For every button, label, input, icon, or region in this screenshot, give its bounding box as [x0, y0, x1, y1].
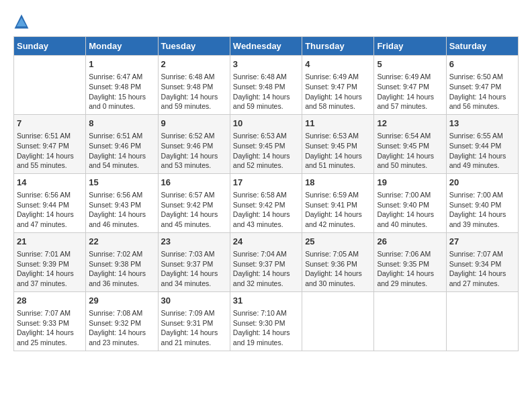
day-number: 1: [89, 58, 154, 71]
day-info: Sunrise: 7:09 AMSunset: 9:31 PMDaylight:…: [161, 308, 227, 348]
week-row-2: 7Sunrise: 6:51 AMSunset: 9:47 PMDaylight…: [14, 114, 519, 173]
week-row-5: 28Sunrise: 7:07 AMSunset: 9:33 PMDayligh…: [14, 291, 519, 351]
calendar-cell: 28Sunrise: 7:07 AMSunset: 9:33 PMDayligh…: [14, 291, 86, 351]
calendar-cell: 11Sunrise: 6:53 AMSunset: 9:45 PMDayligh…: [302, 114, 374, 173]
day-info: Sunrise: 7:00 AMSunset: 9:40 PMDaylight:…: [377, 190, 443, 230]
day-info: Sunrise: 7:00 AMSunset: 9:40 PMDaylight:…: [449, 190, 515, 230]
day-number: 17: [233, 177, 299, 189]
calendar-cell: 8Sunrise: 6:51 AMSunset: 9:46 PMDaylight…: [86, 114, 158, 173]
day-number: 8: [89, 118, 154, 130]
day-number: 16: [161, 177, 227, 189]
calendar-cell: 27Sunrise: 7:07 AMSunset: 9:34 PMDayligh…: [446, 232, 518, 291]
header-sunday: Sunday: [14, 37, 86, 56]
calendar-cell: 23Sunrise: 7:03 AMSunset: 9:37 PMDayligh…: [158, 232, 230, 291]
calendar-cell: 9Sunrise: 6:52 AMSunset: 9:46 PMDaylight…: [158, 114, 230, 173]
day-info: Sunrise: 6:51 AMSunset: 9:46 PMDaylight:…: [89, 131, 154, 171]
calendar-cell: [14, 56, 86, 115]
calendar-cell: 2Sunrise: 6:48 AMSunset: 9:48 PMDaylight…: [158, 56, 230, 115]
day-info: Sunrise: 6:54 AMSunset: 9:45 PMDaylight:…: [377, 131, 443, 171]
day-number: 23: [161, 236, 227, 248]
calendar-cell: 19Sunrise: 7:00 AMSunset: 9:40 PMDayligh…: [374, 173, 446, 232]
day-number: 2: [161, 58, 227, 71]
day-number: 5: [377, 58, 443, 71]
calendar-cell: 5Sunrise: 6:49 AMSunset: 9:47 PMDaylight…: [374, 56, 446, 115]
header-saturday: Saturday: [446, 37, 518, 56]
calendar-cell: 18Sunrise: 6:59 AMSunset: 9:41 PMDayligh…: [302, 173, 374, 232]
calendar-cell: 13Sunrise: 6:55 AMSunset: 9:44 PMDayligh…: [446, 114, 518, 173]
calendar-cell: 30Sunrise: 7:09 AMSunset: 9:31 PMDayligh…: [158, 291, 230, 351]
day-number: 19: [377, 177, 443, 189]
day-number: 10: [233, 118, 299, 130]
calendar-cell: 10Sunrise: 6:53 AMSunset: 9:45 PMDayligh…: [230, 114, 302, 173]
calendar-cell: [446, 291, 518, 351]
calendar-table: SundayMondayTuesdayWednesdayThursdayFrid…: [13, 36, 519, 351]
day-info: Sunrise: 7:01 AMSunset: 9:39 PMDaylight:…: [17, 249, 83, 289]
day-info: Sunrise: 6:58 AMSunset: 9:42 PMDaylight:…: [233, 190, 299, 230]
week-row-1: 1Sunrise: 6:47 AMSunset: 9:48 PMDaylight…: [14, 56, 519, 115]
header-monday: Monday: [86, 37, 158, 56]
day-number: 6: [449, 58, 515, 71]
calendar-cell: 17Sunrise: 6:58 AMSunset: 9:42 PMDayligh…: [230, 173, 302, 232]
day-number: 11: [305, 118, 371, 130]
day-info: Sunrise: 7:06 AMSunset: 9:35 PMDaylight:…: [377, 249, 443, 289]
calendar-cell: 22Sunrise: 7:02 AMSunset: 9:38 PMDayligh…: [86, 232, 158, 291]
calendar-cell: 14Sunrise: 6:56 AMSunset: 9:44 PMDayligh…: [14, 173, 86, 232]
calendar-cell: 21Sunrise: 7:01 AMSunset: 9:39 PMDayligh…: [14, 232, 86, 291]
day-number: 13: [449, 118, 515, 130]
day-info: Sunrise: 6:56 AMSunset: 9:44 PMDaylight:…: [17, 190, 83, 230]
calendar-cell: [302, 291, 374, 351]
day-number: 31: [233, 295, 299, 307]
day-info: Sunrise: 7:08 AMSunset: 9:32 PMDaylight:…: [89, 308, 154, 348]
day-number: 22: [89, 236, 154, 248]
day-number: 26: [377, 236, 443, 248]
header: [13, 13, 519, 30]
day-number: 29: [89, 295, 154, 307]
day-info: Sunrise: 7:04 AMSunset: 9:37 PMDaylight:…: [233, 249, 299, 289]
day-info: Sunrise: 6:53 AMSunset: 9:45 PMDaylight:…: [233, 131, 299, 171]
calendar-cell: 15Sunrise: 6:56 AMSunset: 9:43 PMDayligh…: [86, 173, 158, 232]
week-row-4: 21Sunrise: 7:01 AMSunset: 9:39 PMDayligh…: [14, 232, 519, 291]
day-info: Sunrise: 6:51 AMSunset: 9:47 PMDaylight:…: [17, 131, 83, 171]
day-number: 4: [305, 58, 371, 71]
header-friday: Friday: [374, 37, 446, 56]
day-info: Sunrise: 6:56 AMSunset: 9:43 PMDaylight:…: [89, 190, 154, 230]
week-row-3: 14Sunrise: 6:56 AMSunset: 9:44 PMDayligh…: [14, 173, 519, 232]
calendar-cell: 20Sunrise: 7:00 AMSunset: 9:40 PMDayligh…: [446, 173, 518, 232]
logo: [13, 13, 32, 30]
day-number: 12: [377, 118, 443, 130]
day-info: Sunrise: 6:49 AMSunset: 9:47 PMDaylight:…: [305, 72, 371, 111]
header-wednesday: Wednesday: [230, 37, 302, 56]
day-info: Sunrise: 7:05 AMSunset: 9:36 PMDaylight:…: [305, 249, 371, 289]
day-info: Sunrise: 7:10 AMSunset: 9:30 PMDaylight:…: [233, 308, 299, 348]
logo-icon: [13, 13, 30, 30]
day-number: 30: [161, 295, 227, 307]
calendar-cell: [374, 291, 446, 351]
day-info: Sunrise: 7:07 AMSunset: 9:33 PMDaylight:…: [17, 308, 83, 348]
day-info: Sunrise: 6:49 AMSunset: 9:47 PMDaylight:…: [377, 72, 443, 111]
calendar-cell: 25Sunrise: 7:05 AMSunset: 9:36 PMDayligh…: [302, 232, 374, 291]
calendar-cell: 16Sunrise: 6:57 AMSunset: 9:42 PMDayligh…: [158, 173, 230, 232]
day-info: Sunrise: 6:53 AMSunset: 9:45 PMDaylight:…: [305, 131, 371, 171]
calendar-cell: 12Sunrise: 6:54 AMSunset: 9:45 PMDayligh…: [374, 114, 446, 173]
calendar-cell: 29Sunrise: 7:08 AMSunset: 9:32 PMDayligh…: [86, 291, 158, 351]
day-info: Sunrise: 6:47 AMSunset: 9:48 PMDaylight:…: [89, 72, 154, 111]
day-info: Sunrise: 6:55 AMSunset: 9:44 PMDaylight:…: [449, 131, 515, 171]
calendar-cell: 4Sunrise: 6:49 AMSunset: 9:47 PMDaylight…: [302, 56, 374, 115]
day-info: Sunrise: 6:48 AMSunset: 9:48 PMDaylight:…: [233, 72, 299, 111]
day-info: Sunrise: 6:48 AMSunset: 9:48 PMDaylight:…: [161, 72, 227, 111]
calendar-cell: 31Sunrise: 7:10 AMSunset: 9:30 PMDayligh…: [230, 291, 302, 351]
day-number: 9: [161, 118, 227, 130]
day-info: Sunrise: 6:59 AMSunset: 9:41 PMDaylight:…: [305, 190, 371, 230]
calendar-cell: 26Sunrise: 7:06 AMSunset: 9:35 PMDayligh…: [374, 232, 446, 291]
day-number: 20: [449, 177, 515, 189]
day-info: Sunrise: 6:50 AMSunset: 9:47 PMDaylight:…: [449, 72, 515, 111]
day-number: 25: [305, 236, 371, 248]
calendar-cell: 3Sunrise: 6:48 AMSunset: 9:48 PMDaylight…: [230, 56, 302, 115]
day-info: Sunrise: 7:07 AMSunset: 9:34 PMDaylight:…: [449, 249, 515, 289]
day-info: Sunrise: 7:02 AMSunset: 9:38 PMDaylight:…: [89, 249, 154, 289]
calendar-cell: 7Sunrise: 6:51 AMSunset: 9:47 PMDaylight…: [14, 114, 86, 173]
day-number: 24: [233, 236, 299, 248]
calendar-cell: 24Sunrise: 7:04 AMSunset: 9:37 PMDayligh…: [230, 232, 302, 291]
day-number: 27: [449, 236, 515, 248]
day-info: Sunrise: 6:57 AMSunset: 9:42 PMDaylight:…: [161, 190, 227, 230]
